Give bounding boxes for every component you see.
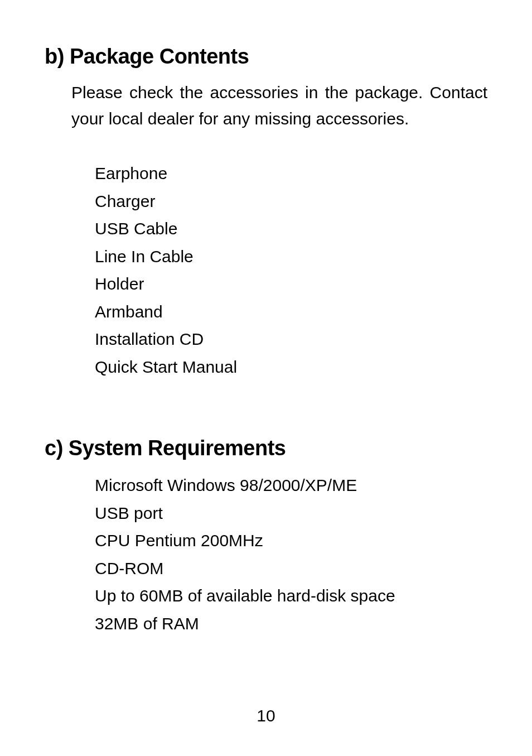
list-item: 32MB of RAM <box>95 610 487 638</box>
list-item: Charger <box>95 187 487 215</box>
page-number: 10 <box>0 706 532 725</box>
list-item: Installation CD <box>95 325 487 353</box>
list-item: USB Cable <box>95 215 487 243</box>
section-c-heading: c) System Requirements <box>45 436 487 460</box>
section-b-heading: b) Package Contents <box>45 45 487 69</box>
list-item: CD-ROM <box>95 555 487 582</box>
section-system-requirements: c) System Requirements Microsoft Windows… <box>45 436 487 637</box>
list-item: Line In Cable <box>95 243 487 271</box>
system-requirements-list: Microsoft Windows 98/2000/XP/ME USB port… <box>95 471 487 637</box>
section-b-intro: Please check the accessories in the pack… <box>71 80 487 132</box>
list-item: CPU Pentium 200MHz <box>95 527 487 555</box>
list-item: Holder <box>95 270 487 298</box>
list-item: USB port <box>95 499 487 527</box>
list-item: Microsoft Windows 98/2000/XP/ME <box>95 471 487 499</box>
list-item: Quick Start Manual <box>95 353 487 381</box>
list-item: Armband <box>95 298 487 326</box>
list-item: Up to 60MB of available hard-disk space <box>95 582 487 610</box>
list-item: Earphone <box>95 160 487 187</box>
section-package-contents: b) Package Contents Please check the acc… <box>45 45 487 381</box>
package-contents-list: Earphone Charger USB Cable Line In Cable… <box>95 160 487 381</box>
